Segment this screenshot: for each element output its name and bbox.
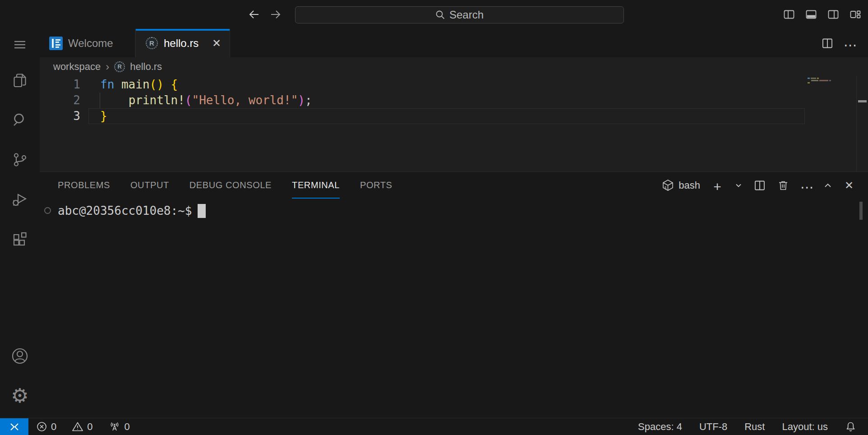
git-branch-icon [11,151,28,168]
maximize-panel-icon[interactable] [824,179,832,192]
command-decoration-icon[interactable] [44,207,51,214]
terminal-cursor [198,204,206,218]
sidebar-item-search[interactable] [0,100,40,140]
search-icon [435,10,445,20]
search-label: Search [449,9,484,21]
breadcrumb-separator-icon: › [106,60,109,73]
forwarded-ports-count: 0 [125,421,130,433]
accounts-button[interactable] [0,336,40,376]
svg-text:$: $ [665,186,667,190]
search-view-icon [11,111,28,129]
terminal-profile[interactable]: $ bash [662,179,700,191]
error-icon [36,421,47,432]
terminal-scrollbar[interactable] [859,202,863,220]
terminal-prompt: abc@20356cc010e8:~$ [58,204,192,218]
title-bar: Search [0,0,868,29]
tab-welcome[interactable]: Welcome [40,29,135,57]
new-terminal-icon[interactable]: + [711,179,724,192]
error-count: 0 [51,421,56,433]
code-line-2[interactable]: 2 println!("Hello, world!"); [40,93,805,108]
terminal-view[interactable]: abc@20356cc010e8:~$ [40,199,868,418]
extensions-icon [11,231,28,248]
kill-terminal-icon[interactable] [777,179,790,192]
sidebar-item-extensions[interactable] [0,219,40,259]
go-forward-icon[interactable] [269,8,282,21]
vscode-window: Search [0,0,868,435]
code-line-1[interactable]: 1fn main() { [40,77,805,93]
bottom-panel: PROBLEMS OUTPUT DEBUG CONSOLE TERMINAL P… [40,171,868,418]
breadcrumb-folder[interactable]: workspace [53,61,101,73]
tab-ports[interactable]: PORTS [360,172,392,199]
sidebar-item-explorer[interactable] [0,60,40,100]
tab-output[interactable]: OUTPUT [130,172,169,199]
tab-problems[interactable]: PROBLEMS [58,172,110,199]
encoding-status[interactable]: UTF-8 [699,421,727,433]
indent-guide [100,93,100,108]
rust-file-icon: R [146,37,158,49]
account-icon [11,347,29,365]
radio-tower-icon [108,421,121,433]
line-number: 2 [40,93,80,108]
notifications-bell-icon[interactable] [845,421,856,432]
tab-debug-console[interactable]: DEBUG CONSOLE [189,172,272,199]
ports-status[interactable]: 0 [108,421,130,433]
breadcrumb-file[interactable]: hello.rs [130,61,162,73]
line-number: 1 [40,77,80,93]
panel-tabs: PROBLEMS OUTPUT DEBUG CONSOLE TERMINAL P… [58,172,392,199]
menu-button[interactable] [0,29,40,60]
tab-hello-rs-label: hello.rs [164,37,199,50]
rust-file-icon: R [114,61,125,72]
toggle-panel-icon[interactable] [805,9,817,20]
line-content: fn main() { [80,77,178,93]
remote-indicator[interactable] [0,418,28,435]
line-number: 3 [40,108,80,124]
tab-hello-rs[interactable]: R hello.rs ✕ [135,29,230,57]
toggle-secondary-sidebar-icon[interactable] [827,9,839,20]
editor-group: Welcome R hello.rs ✕ ⋯ [40,29,868,418]
tab-terminal[interactable]: TERMINAL [292,172,340,199]
hamburger-icon [12,37,28,53]
run-debug-icon [11,191,28,208]
panel-header: PROBLEMS OUTPUT DEBUG CONSOLE TERMINAL P… [40,172,868,199]
search-command-center[interactable]: Search [295,6,624,23]
close-panel-icon[interactable]: ✕ [843,179,855,192]
tab-welcome-label: Welcome [68,37,113,50]
settings-button[interactable]: ⚙ [0,376,40,416]
layout-controls [783,0,861,29]
remote-icon [9,422,20,432]
language-mode-status[interactable]: Rust [744,421,765,433]
warning-count: 0 [87,421,92,433]
indentation-status[interactable]: Spaces: 4 [638,421,682,433]
code-line-3[interactable]: 3} [40,108,805,124]
editor-tab-bar: Welcome R hello.rs ✕ ⋯ [40,29,868,57]
history-navigation [247,0,282,29]
code-lines: 1fn main() {2 println!("Hello, world!");… [40,76,868,124]
sidebar-item-run-debug[interactable] [0,180,40,219]
cursor-position-mark [858,100,867,102]
line-content: println!("Hello, world!"); [80,93,312,108]
split-terminal-icon[interactable] [753,179,766,192]
split-editor-icon[interactable] [821,37,834,50]
toggle-primary-sidebar-icon[interactable] [783,9,795,20]
welcome-page-icon [49,37,63,50]
breadcrumb: workspace › R hello.rs [40,57,868,76]
panel-actions: $ bash + [662,172,868,199]
close-tab-icon[interactable]: ✕ [210,37,223,50]
launch-profile-chevron-icon[interactable] [734,179,743,192]
panel-more-actions-icon[interactable]: ⋯ [800,179,813,192]
line-content: } [80,108,107,124]
terminal-profile-label: bash [679,180,700,191]
more-actions-icon[interactable]: ⋯ [844,37,856,50]
overview-ruler[interactable] [856,76,868,171]
sidebar-item-source-control[interactable] [0,140,40,180]
code-editor[interactable]: 1fn main() {2 println!("Hello, world!");… [40,76,868,171]
keyboard-layout-status[interactable]: Layout: us [782,421,828,433]
minimap[interactable] [805,76,856,171]
editor-actions: ⋯ [821,29,868,57]
go-back-icon[interactable] [247,8,261,21]
customize-layout-icon[interactable] [850,9,861,20]
status-bar: 0 0 [0,418,868,435]
problems-status[interactable]: 0 0 [36,421,93,433]
gear-icon: ⚙ [11,386,28,406]
warning-icon [72,421,83,432]
